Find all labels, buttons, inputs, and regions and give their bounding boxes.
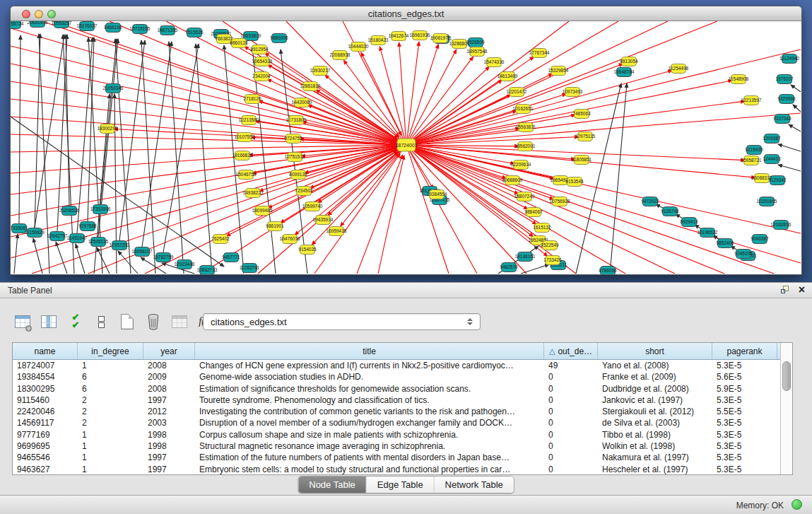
graph-node-teal[interactable]: 14671355 (158, 26, 178, 35)
graph-node-teal[interactable]: 7515526 (185, 28, 204, 37)
graph-node-teal[interactable]: 24055724 (11, 21, 24, 29)
graph-node-teal[interactable]: 1244413 (763, 155, 781, 164)
column-header-out_de[interactable]: △out_de… (544, 343, 598, 359)
import-table-button[interactable] (170, 312, 189, 332)
graph-node-yellow[interactable]: 19061977 (430, 34, 451, 43)
graph-node-yellow[interactable]: 16959415 (326, 227, 347, 236)
graph-node-teal[interactable]: 12942757 (47, 232, 68, 241)
graph-node-teal[interactable]: 11124940 (779, 54, 799, 64)
graph-node-teal[interactable]: 20206526 (59, 206, 80, 216)
table-row[interactable]: 1872400712008Changes of HCN gene express… (13, 360, 780, 371)
graph-node-teal[interactable]: 14136161 (515, 252, 536, 262)
graph-node-teal[interactable]: 10391695 (757, 197, 777, 206)
graph-node-yellow[interactable]: 15180423 (368, 36, 389, 45)
clear-selection-button[interactable] (91, 312, 111, 332)
graph-node-yellow[interactable]: 7485063 (572, 110, 591, 119)
graph-node-yellow[interactable]: 2718126 (243, 95, 261, 104)
graph-node-yellow[interactable]: 12861810 (300, 82, 321, 91)
graph-node-yellow[interactable]: 13286801 (449, 40, 470, 49)
graph-node-yellow[interactable]: 15046758 (236, 170, 257, 180)
graph-node-yellow[interactable]: 9724755 (284, 134, 302, 144)
graph-node-teal[interactable]: 9245105 (734, 250, 753, 259)
graph-node-yellow[interactable]: 9884067 (524, 208, 543, 217)
graph-node-yellow[interactable]: 10756928 (550, 197, 570, 206)
graph-node-teal[interactable]: 11283791 (240, 264, 260, 273)
column-header-name[interactable]: name (13, 343, 78, 359)
tab-network-table[interactable]: Network Table (435, 477, 514, 493)
graph-node-teal[interactable]: 1209387 (763, 134, 781, 144)
graph-node-yellow[interactable]: 12209614 (511, 160, 531, 170)
graph-node-yellow[interactable]: 9861901 (266, 222, 284, 231)
column-header-pagerank[interactable]: pagerank (712, 343, 777, 359)
graph-node-yellow[interactable]: 16476016 (280, 235, 300, 244)
graph-node-yellow[interactable]: 7625402 (211, 235, 230, 244)
graph-node-yellow[interactable]: 14938223 (243, 189, 264, 198)
graph-node-teal[interactable]: 9329966 (777, 95, 796, 104)
graph-node-teal[interactable]: 20691406 (28, 21, 48, 28)
graph-node-teal[interactable]: 10719155 (130, 25, 151, 34)
graph-node-yellow[interactable]: 17767344 (529, 49, 550, 58)
graph-node-yellow[interactable]: 10973493 (563, 88, 583, 97)
graph-node-yellow[interactable]: 19412674 (389, 32, 409, 41)
graph-node-yellow[interactable]: 9860128 (230, 39, 248, 48)
graph-node-yellow[interactable]: 14420089 (292, 98, 312, 107)
graph-node-teal[interactable]: 9126748 (661, 207, 679, 216)
graph-node-yellow[interactable]: 15563831 (516, 123, 536, 132)
graph-node-yellow[interactable]: 15329854 (548, 66, 569, 76)
table-row[interactable]: 977716911998Corpus callosum shape and si… (13, 429, 780, 440)
graph-node-teal[interactable]: 8929413 (680, 218, 698, 227)
graph-node-yellow[interactable]: 10599740 (302, 202, 323, 211)
table-row[interactable]: 911546021997Tourette syndrome. Phenomeno… (13, 395, 780, 406)
graph-node-yellow[interactable]: 18562091 (515, 142, 536, 151)
graph-node-teal[interactable]: 16648784 (614, 68, 635, 77)
graph-node-yellow[interactable]: 18099485 (252, 206, 273, 216)
graph-node-yellow[interactable]: 19435914 (313, 216, 334, 225)
new-table-button[interactable] (117, 312, 137, 332)
graph-node-teal[interactable]: 12505115 (88, 238, 109, 247)
graph-node-yellow[interactable]: 11805851 (572, 156, 592, 165)
graph-node-teal[interactable]: 8786066 (599, 267, 617, 275)
graph-node-yellow[interactable]: 18957548 (467, 47, 488, 57)
column-header-title[interactable]: title (195, 343, 544, 359)
graph-node-yellow[interactable]: 18300295 (98, 124, 118, 134)
graph-node-yellow[interactable]: 12213597 (741, 96, 762, 105)
delete-table-button[interactable] (143, 312, 163, 332)
table-row[interactable]: 946554611997Estimation of the future num… (13, 452, 780, 463)
column-header-in_degree[interactable]: in_degree (78, 343, 143, 359)
graph-node-teal[interactable]: 9297588 (78, 222, 97, 231)
table-vertical-scrollbar[interactable] (780, 343, 792, 474)
tab-edge-table[interactable]: Edge Table (367, 477, 435, 493)
graph-node-teal[interactable]: 16958107 (132, 247, 153, 257)
graph-node-teal[interactable]: 17353996 (90, 205, 111, 214)
graph-node-teal[interactable]: 9457771 (222, 253, 240, 262)
graph-node-yellow[interactable]: 10107553 (235, 133, 255, 142)
graph-node-yellow[interactable]: 14613469 (498, 72, 518, 81)
table-row[interactable]: 1830029562008Estimation of significance … (13, 383, 780, 395)
graph-node-teal[interactable]: 8466160 (104, 23, 122, 33)
table-settings-button[interactable] (13, 312, 33, 332)
graph-node-teal[interactable]: 17957253 (110, 241, 130, 250)
tab-node-table[interactable]: Node Table (298, 477, 367, 493)
graph-node-yellow[interactable]: 12201472 (507, 88, 527, 97)
graph-node-yellow[interactable]: 10654338 (252, 57, 273, 66)
graph-node-teal[interactable]: 9046387 (751, 235, 769, 244)
graph-node-yellow[interactable]: 13930217 (310, 66, 331, 76)
graph-node-yellow[interactable]: 19384554 (427, 190, 447, 199)
graph-node-yellow[interactable]: 10688609 (502, 176, 523, 185)
graph-node-teal[interactable]: 9227343 (773, 115, 792, 124)
graph-node-yellow[interactable]: 8813054 (620, 57, 638, 66)
graph-node-yellow[interactable]: 9154035 (298, 245, 317, 255)
graph-node-teal[interactable]: 10196522 (698, 228, 718, 238)
graph-node-yellow[interactable]: 15474316 (484, 58, 505, 67)
float-panel-icon[interactable] (781, 286, 790, 295)
network-canvas[interactable]: 2405572420691406105532571527602784661601… (11, 21, 801, 274)
graph-node-teal[interactable]: 16782759 (153, 253, 174, 262)
graph-node-yellow[interactable]: 16961936 (410, 31, 430, 40)
graph-node-yellow[interactable]: 10162651 (513, 105, 534, 114)
select-column-button[interactable] (39, 312, 59, 332)
graph-node-yellow[interactable]: 22068938 (330, 51, 351, 60)
graph-node-yellow[interactable]: 2522549 (541, 241, 559, 250)
graph-node-teal[interactable]: 15276027 (77, 22, 98, 31)
graph-node-yellow[interactable]: 9912954 (250, 45, 269, 54)
column-header-year[interactable]: year (143, 343, 195, 359)
